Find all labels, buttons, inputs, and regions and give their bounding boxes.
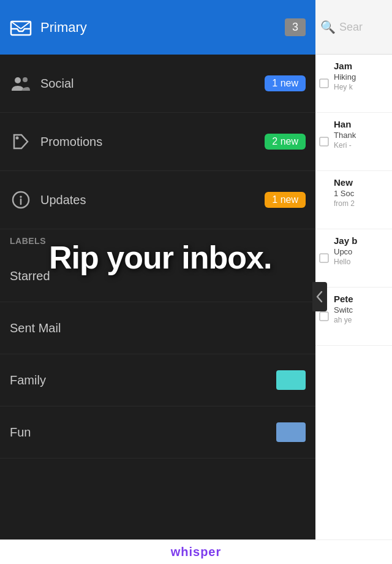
sent-label: Sent Mail — [10, 321, 306, 335]
svg-point-9 — [20, 196, 22, 198]
email-subject-3: Upco — [334, 247, 387, 256]
sidebar: Primary 3 Social 1 new Promotions 2 new — [0, 0, 315, 564]
email-panel: 🔍 Sear Jam Hiking Hey k Han Thank Keri - — [315, 0, 392, 539]
email-sender-3: Jay b — [334, 235, 387, 246]
family-color-swatch — [276, 370, 306, 390]
email-preview-0: Hey k — [334, 83, 387, 91]
svg-point-5 — [16, 137, 19, 140]
email-sender-4: Pete — [334, 294, 387, 304]
sidebar-primary[interactable]: Primary 3 — [0, 0, 315, 55]
sidebar-primary-label: Primary — [40, 20, 285, 36]
email-preview-2: from 2 — [334, 199, 387, 208]
email-checkbox-4[interactable] — [319, 311, 329, 321]
sidebar-item-starred[interactable]: Starred — [0, 250, 315, 302]
email-item-0[interactable]: Jam Hiking Hey k — [315, 55, 392, 113]
fun-label: Fun — [10, 425, 276, 440]
email-checkbox-1[interactable] — [319, 137, 329, 147]
whisper-label[interactable]: whisper — [171, 545, 222, 559]
starred-label: Starred — [10, 269, 306, 283]
svg-line-2 — [21, 21, 31, 29]
email-item-1[interactable]: Han Thank Keri - — [315, 113, 392, 171]
email-sender-1: Han — [334, 119, 387, 129]
info-icon — [10, 189, 32, 211]
labels-header: Labels — [0, 229, 315, 250]
updates-label: Updates — [40, 193, 265, 207]
svg-point-3 — [15, 77, 21, 83]
email-item-3[interactable]: Jay b Upco Hello — [315, 229, 392, 288]
email-preview-1: Keri - — [334, 141, 387, 150]
promotions-label: Promotions — [40, 135, 265, 149]
email-preview-3: Hello — [334, 257, 387, 266]
email-checkbox-0[interactable] — [319, 78, 329, 88]
email-search-header: 🔍 Sear — [315, 0, 392, 55]
email-subject-1: Thank — [334, 131, 387, 140]
email-subject-0: Hiking — [334, 72, 387, 82]
email-item-2[interactable]: New 1 Soc from 2 — [315, 171, 392, 229]
social-label: Social — [40, 77, 265, 91]
fun-color-swatch — [276, 422, 306, 442]
sidebar-item-promotions[interactable]: Promotions 2 new — [0, 113, 315, 171]
family-label: Family — [10, 373, 276, 387]
email-subject-4: Switc — [334, 305, 387, 314]
email-sender-0: Jam — [334, 61, 387, 71]
sidebar-item-updates[interactable]: Updates 1 new — [0, 171, 315, 229]
svg-line-1 — [11, 21, 21, 29]
social-badge: 1 new — [265, 75, 306, 91]
svg-rect-13 — [320, 312, 328, 321]
sidebar-item-sent[interactable]: Sent Mail — [0, 302, 315, 354]
collapse-sidebar-button[interactable] — [312, 282, 327, 311]
tag-icon — [10, 131, 32, 153]
email-preview-4: ah ye — [334, 316, 387, 324]
promotions-badge: 2 new — [265, 134, 306, 150]
search-icon: 🔍 — [320, 20, 336, 34]
email-sender-2: New — [334, 177, 387, 188]
email-checkbox-2 — [319, 195, 329, 205]
inbox-icon — [10, 17, 32, 39]
svg-rect-12 — [320, 254, 328, 262]
email-checkbox-3[interactable] — [319, 253, 329, 263]
email-subject-2: 1 Soc — [334, 189, 387, 198]
labels-title: Labels — [10, 236, 46, 246]
svg-rect-11 — [320, 137, 328, 146]
primary-badge: 3 — [285, 18, 306, 36]
sidebar-item-family[interactable]: Family — [0, 354, 315, 406]
people-icon — [10, 72, 32, 94]
search-placeholder: Sear — [339, 21, 363, 34]
svg-rect-10 — [320, 79, 328, 88]
svg-point-4 — [23, 77, 28, 82]
updates-badge: 1 new — [265, 192, 306, 208]
bottom-bar: whisper — [0, 539, 392, 564]
sidebar-item-social[interactable]: Social 1 new — [0, 55, 315, 113]
sidebar-item-fun[interactable]: Fun — [0, 406, 315, 459]
